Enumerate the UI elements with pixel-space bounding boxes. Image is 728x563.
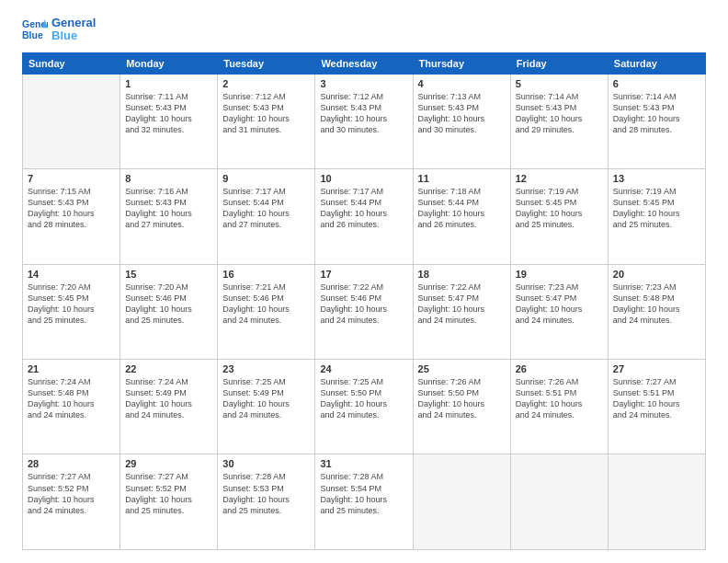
day-info: Sunrise: 7:22 AM Sunset: 5:46 PM Dayligh… [320, 282, 407, 327]
day-info: Sunrise: 7:17 AM Sunset: 5:44 PM Dayligh… [222, 186, 310, 231]
calendar-cell: 14Sunrise: 7:20 AM Sunset: 5:45 PM Dayli… [23, 264, 120, 359]
svg-text:Blue: Blue [22, 29, 43, 40]
week-row-4: 21Sunrise: 7:24 AM Sunset: 5:48 PM Dayli… [23, 360, 706, 454]
day-info: Sunrise: 7:27 AM Sunset: 5:52 PM Dayligh… [125, 471, 212, 516]
calendar-cell: 19Sunrise: 7:23 AM Sunset: 5:47 PM Dayli… [510, 264, 608, 359]
weekday-header-row: SundayMondayTuesdayWednesdayThursdayFrid… [23, 52, 706, 74]
day-number: 31 [320, 458, 407, 469]
calendar-cell: 22Sunrise: 7:24 AM Sunset: 5:49 PM Dayli… [120, 360, 218, 454]
calendar-cell: 10Sunrise: 7:17 AM Sunset: 5:44 PM Dayli… [315, 169, 413, 264]
weekday-header-wednesday: Wednesday [315, 52, 413, 74]
calendar-cell [510, 454, 608, 550]
calendar-cell [608, 454, 705, 550]
calendar-cell: 12Sunrise: 7:19 AM Sunset: 5:45 PM Dayli… [510, 169, 608, 264]
calendar-cell: 8Sunrise: 7:16 AM Sunset: 5:43 PM Daylig… [120, 169, 218, 264]
day-info: Sunrise: 7:22 AM Sunset: 5:47 PM Dayligh… [418, 282, 506, 327]
day-number: 14 [28, 269, 115, 280]
calendar-cell: 6Sunrise: 7:14 AM Sunset: 5:43 PM Daylig… [608, 74, 705, 168]
day-number: 21 [28, 363, 115, 374]
day-info: Sunrise: 7:12 AM Sunset: 5:43 PM Dayligh… [320, 91, 407, 136]
calendar-cell: 25Sunrise: 7:26 AM Sunset: 5:50 PM Dayli… [413, 360, 510, 454]
day-info: Sunrise: 7:15 AM Sunset: 5:43 PM Dayligh… [28, 186, 115, 231]
day-number: 11 [418, 173, 506, 184]
calendar-cell: 21Sunrise: 7:24 AM Sunset: 5:48 PM Dayli… [23, 360, 120, 454]
calendar: SundayMondayTuesdayWednesdayThursdayFrid… [22, 52, 706, 550]
calendar-cell: 17Sunrise: 7:22 AM Sunset: 5:46 PM Dayli… [315, 264, 413, 359]
day-number: 28 [28, 458, 115, 469]
weekday-header-monday: Monday [120, 52, 218, 74]
day-info: Sunrise: 7:28 AM Sunset: 5:53 PM Dayligh… [222, 471, 310, 516]
day-info: Sunrise: 7:25 AM Sunset: 5:50 PM Dayligh… [320, 376, 407, 421]
day-number: 24 [320, 363, 407, 374]
day-number: 13 [613, 173, 700, 184]
day-number: 30 [222, 458, 310, 469]
day-number: 9 [222, 173, 310, 184]
day-number: 8 [125, 173, 212, 184]
week-row-1: 1Sunrise: 7:11 AM Sunset: 5:43 PM Daylig… [23, 74, 706, 168]
calendar-cell: 18Sunrise: 7:22 AM Sunset: 5:47 PM Dayli… [413, 264, 510, 359]
day-info: Sunrise: 7:24 AM Sunset: 5:48 PM Dayligh… [28, 376, 115, 421]
day-info: Sunrise: 7:20 AM Sunset: 5:46 PM Dayligh… [125, 282, 212, 327]
weekday-header-thursday: Thursday [413, 52, 510, 74]
calendar-cell: 7Sunrise: 7:15 AM Sunset: 5:43 PM Daylig… [23, 169, 120, 264]
week-row-2: 7Sunrise: 7:15 AM Sunset: 5:43 PM Daylig… [23, 169, 706, 264]
day-number: 3 [320, 78, 407, 89]
day-info: Sunrise: 7:14 AM Sunset: 5:43 PM Dayligh… [613, 91, 700, 136]
header: General Blue General Blue [22, 17, 706, 43]
day-info: Sunrise: 7:11 AM Sunset: 5:43 PM Dayligh… [125, 91, 212, 136]
calendar-cell: 5Sunrise: 7:14 AM Sunset: 5:43 PM Daylig… [510, 74, 608, 168]
day-number: 6 [613, 78, 700, 89]
calendar-cell [413, 454, 510, 550]
week-row-5: 28Sunrise: 7:27 AM Sunset: 5:52 PM Dayli… [23, 454, 706, 550]
day-info: Sunrise: 7:26 AM Sunset: 5:51 PM Dayligh… [516, 376, 603, 421]
day-number: 4 [418, 78, 506, 89]
day-number: 29 [125, 458, 212, 469]
day-info: Sunrise: 7:27 AM Sunset: 5:52 PM Dayligh… [28, 471, 115, 516]
day-number: 20 [613, 269, 700, 280]
calendar-cell: 1Sunrise: 7:11 AM Sunset: 5:43 PM Daylig… [120, 74, 218, 168]
calendar-cell: 15Sunrise: 7:20 AM Sunset: 5:46 PM Dayli… [120, 264, 218, 359]
logo-icon: General Blue [22, 17, 48, 42]
day-number: 22 [125, 363, 212, 374]
calendar-cell: 23Sunrise: 7:25 AM Sunset: 5:49 PM Dayli… [218, 360, 315, 454]
calendar-cell: 30Sunrise: 7:28 AM Sunset: 5:53 PM Dayli… [218, 454, 315, 550]
calendar-cell [23, 74, 120, 168]
calendar-cell: 11Sunrise: 7:18 AM Sunset: 5:44 PM Dayli… [413, 169, 510, 264]
day-number: 16 [222, 269, 310, 280]
weekday-header-friday: Friday [510, 52, 608, 74]
weekday-header-tuesday: Tuesday [218, 52, 315, 74]
day-info: Sunrise: 7:13 AM Sunset: 5:43 PM Dayligh… [418, 91, 506, 136]
day-info: Sunrise: 7:18 AM Sunset: 5:44 PM Dayligh… [418, 186, 506, 231]
calendar-cell: 9Sunrise: 7:17 AM Sunset: 5:44 PM Daylig… [218, 169, 315, 264]
day-number: 23 [222, 363, 310, 374]
calendar-cell: 27Sunrise: 7:27 AM Sunset: 5:51 PM Dayli… [608, 360, 705, 454]
calendar-cell: 3Sunrise: 7:12 AM Sunset: 5:43 PM Daylig… [315, 74, 413, 168]
day-info: Sunrise: 7:26 AM Sunset: 5:50 PM Dayligh… [418, 376, 506, 421]
weekday-header-saturday: Saturday [608, 52, 705, 74]
calendar-cell: 4Sunrise: 7:13 AM Sunset: 5:43 PM Daylig… [413, 74, 510, 168]
day-number: 7 [28, 173, 115, 184]
day-number: 17 [320, 269, 407, 280]
day-info: Sunrise: 7:23 AM Sunset: 5:48 PM Dayligh… [613, 282, 700, 327]
calendar-cell: 13Sunrise: 7:19 AM Sunset: 5:45 PM Dayli… [608, 169, 705, 264]
day-number: 15 [125, 269, 212, 280]
day-info: Sunrise: 7:20 AM Sunset: 5:45 PM Dayligh… [28, 282, 115, 327]
day-number: 12 [516, 173, 603, 184]
day-number: 26 [516, 363, 603, 374]
day-info: Sunrise: 7:14 AM Sunset: 5:43 PM Dayligh… [516, 91, 603, 136]
page: General Blue General Blue SundayMondayTu… [0, 0, 728, 563]
logo-line2: Blue [51, 29, 96, 42]
weekday-header-sunday: Sunday [23, 52, 120, 74]
day-info: Sunrise: 7:19 AM Sunset: 5:45 PM Dayligh… [613, 186, 700, 231]
day-info: Sunrise: 7:28 AM Sunset: 5:54 PM Dayligh… [320, 471, 407, 516]
calendar-cell: 20Sunrise: 7:23 AM Sunset: 5:48 PM Dayli… [608, 264, 705, 359]
logo: General Blue General Blue [22, 17, 96, 43]
calendar-cell: 2Sunrise: 7:12 AM Sunset: 5:43 PM Daylig… [218, 74, 315, 168]
day-info: Sunrise: 7:27 AM Sunset: 5:51 PM Dayligh… [613, 376, 700, 421]
day-info: Sunrise: 7:17 AM Sunset: 5:44 PM Dayligh… [320, 186, 407, 231]
day-info: Sunrise: 7:19 AM Sunset: 5:45 PM Dayligh… [516, 186, 603, 231]
day-info: Sunrise: 7:24 AM Sunset: 5:49 PM Dayligh… [125, 376, 212, 421]
day-number: 2 [222, 78, 310, 89]
logo-line1: General [51, 17, 96, 29]
day-number: 27 [613, 363, 700, 374]
